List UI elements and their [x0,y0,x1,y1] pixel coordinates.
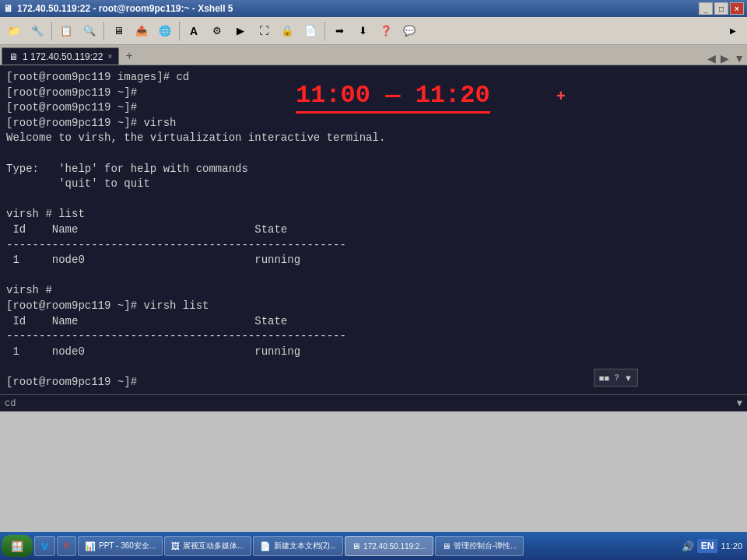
close-button[interactable]: × [730,2,744,15]
time-overlay: 11:00 — 11:20 [296,81,490,114]
toolbar-down-button[interactable]: ⬇ [352,20,374,42]
minimize-button[interactable]: _ [699,2,713,15]
tab-bar: 🖥 1 172.40.50.119:22 × + ◀ ▶ ▼ [0,45,747,65]
taskbar-media-label: 展视互动多媒体... [183,541,244,551]
toolbar-screen-button[interactable]: 🖥 [107,20,129,42]
taskbar-text-icon: 📄 [260,541,271,551]
taskbar-text-label: 新建文本文档(2)... [274,541,337,551]
title-bar-controls: _ □ × [699,2,744,15]
tab-label: 1 172.40.50.119:22 [23,51,103,62]
terminal[interactable]: [root@room9pc119 images]# cd [root@room9… [0,65,747,394]
taskbar-app-xshell[interactable]: 🖥 172.40.50.119:2... [345,536,433,556]
taskbar-ppt-label: PPT - 360安全... [99,541,156,551]
tab-close-button[interactable]: × [107,52,112,61]
mini-widget-arrow[interactable]: ▼ [624,373,633,383]
taskbar-app-ppt[interactable]: 📊 PPT - 360安全... [78,536,163,556]
toolbar-play-button[interactable]: ▶ [230,20,251,42]
tab-nav-left[interactable]: ◀ [705,52,718,65]
taskbar-media-icon: 🖼 [171,541,180,551]
language-button[interactable]: EN [697,539,718,553]
title-bar-text: 🖥 172.40.50.119:22 - root@room9pc119:~ -… [3,3,233,14]
toolbar-file-button[interactable]: 📄 [300,20,321,42]
toolbar-font-button[interactable]: A [183,20,205,42]
tab-nav-down[interactable]: ▼ [731,52,747,65]
toolbar-web-button[interactable]: 🌐 [154,20,176,42]
volume-icon[interactable]: 🔊 [682,541,694,552]
toolbar-search-button[interactable]: 🔍 [79,20,100,42]
start-icon: 🪟 [11,541,23,552]
taskbar-xshell-label: 172.40.50.119:2... [363,542,426,551]
toolbar-open-button[interactable]: 🔧 [26,20,48,42]
taskbar-app-p[interactable]: P [57,536,76,556]
toolbar-transfer-button[interactable]: 📤 [131,20,153,42]
taskbar-app-console[interactable]: 🖥 管理控制台-弹性... [435,536,524,556]
tab-add-button[interactable]: + [121,47,138,65]
taskbar-app-vs[interactable]: V [34,536,55,556]
toolbar-help-button[interactable]: ❓ [375,20,397,42]
taskbar: 🪟 V P 📊 PPT - 360安全... 🖼 展视互动多媒体... 📄 新建… [0,532,747,560]
taskbar-p-icon: P [64,541,69,551]
toolbar-scroll-right[interactable]: ▶ [722,20,744,42]
taskbar-ppt-icon: 📊 [85,541,96,551]
taskbar-vs-icon: V [41,541,48,552]
toolbar-arrow-button[interactable]: ➡ [328,20,350,42]
mini-widget-question: ？ [612,372,621,383]
terminal-status-bar: cd ▼ [0,394,747,411]
toolbar: 📁 🔧 📋 🔍 🖥 📤 🌐 A ⚙ ▶ ⛶ 🔒 📄 ➡ ⬇ ❓ 💬 ▶ [0,17,747,45]
taskbar-right: 🔊 EN 11:20 [682,539,745,553]
taskbar-app-media[interactable]: 🖼 展视互动多媒体... [164,536,251,556]
toolbar-right: ▶ [722,20,744,42]
taskbar-xshell-icon: 🖥 [352,541,360,551]
tab-nav: ◀ ▶ ▼ [705,52,747,65]
taskbar-time: 11:20 [721,541,742,551]
taskbar-time-value: 11:20 [721,541,742,551]
taskbar-app-text[interactable]: 📄 新建文本文档(2)... [253,536,344,556]
toolbar-separator-4 [324,22,325,40]
title-bar: 🖥 172.40.50.119:22 - root@room9pc119:~ -… [0,0,747,17]
tab-icon: 🖥 [9,51,18,62]
terminal-status-right[interactable]: ▼ [737,398,742,409]
time-plus: + [556,87,566,105]
toolbar-fullscreen-button[interactable]: ⛶ [253,20,275,42]
toolbar-separator-3 [179,22,180,40]
toolbar-separator-2 [103,22,104,40]
time-label: 11:00 — 11:20 [296,81,490,110]
toolbar-copy-button[interactable]: 📋 [55,20,77,42]
window-icon: 🖥 [3,3,12,14]
terminal-status-text: cd [5,398,16,409]
toolbar-chat-button[interactable]: 💬 [398,20,420,42]
maximize-button[interactable]: □ [714,2,728,15]
start-button[interactable]: 🪟 [2,535,33,557]
taskbar-console-label: 管理控制台-弹性... [454,541,517,551]
taskbar-console-icon: 🖥 [442,541,451,551]
toolbar-separator-1 [51,22,52,40]
mini-widget[interactable]: ■■ ？ ▼ [594,369,638,387]
tab-nav-right[interactable]: ▶ [718,52,731,65]
toolbar-lock-button[interactable]: 🔒 [276,20,298,42]
mini-widget-content: ■■ [599,373,609,383]
window-title: 172.40.50.119:22 - root@room9pc119:~ - X… [17,3,233,14]
main-area: [root@room9pc119 images]# cd [root@room9… [0,65,747,411]
tab-main[interactable]: 🖥 1 172.40.50.119:22 × [2,47,119,65]
toolbar-settings-button[interactable]: ⚙ [206,20,228,42]
toolbar-new-button[interactable]: 📁 [3,20,25,42]
